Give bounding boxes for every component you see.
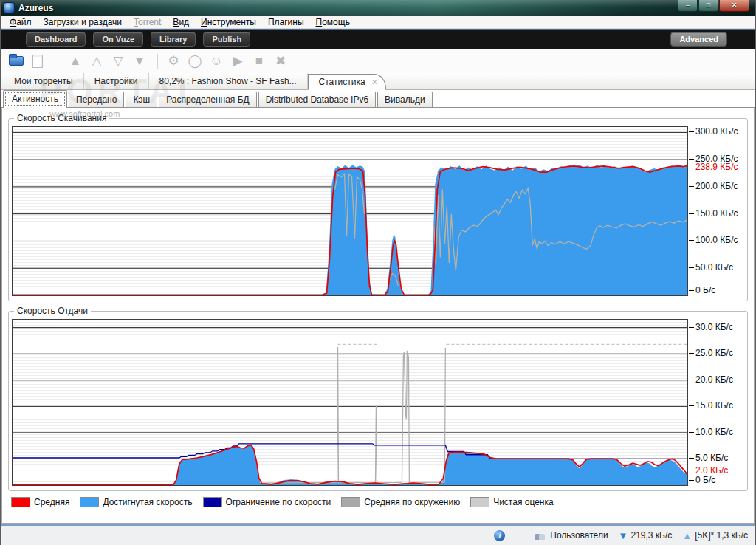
legend-swatch xyxy=(80,497,99,507)
axis-label: 30.0 КБ/с xyxy=(695,322,733,332)
status-bar: i Пользователи ▼ 219,3 кБ/с ▲ [5K]* 1,3 … xyxy=(1,524,755,545)
subtab-вивальди[interactable]: Вивальди xyxy=(377,92,433,107)
statistics-subtabs: АктивностьПереданоКэшРаспределенная БДDi… xyxy=(1,90,755,108)
azureus-window: Azureus – □ ✕ ФайлЗагрузки и раздачиTorr… xyxy=(0,0,756,545)
move-bottom-icon[interactable]: ▼ xyxy=(130,52,149,70)
upload-speed-group: Скорость Отдачи 30.0 КБ/с25.0 КБ/с20.0 К… xyxy=(8,306,748,491)
users-label: Пользователи xyxy=(550,530,608,541)
users-status[interactable]: Пользователи xyxy=(535,530,608,541)
close-button[interactable]: ✕ xyxy=(719,0,749,12)
legend-достигнутая-скорость: Достигнутая скорость xyxy=(80,497,192,507)
legend-ограничение-по-скорости: Ограничение по скорости xyxy=(203,497,331,507)
download-speed-status[interactable]: ▼ 219,3 кБ/с xyxy=(619,530,673,541)
upload-speed-status[interactable]: ▲ [5K]* 1,3 кБ/с xyxy=(682,530,748,541)
toolbar-separator xyxy=(157,54,158,69)
menu-вид[interactable]: Вид xyxy=(167,16,195,28)
axis-label: 300.0 КБ/с xyxy=(695,126,738,137)
nat-test-icon[interactable]: ◯ xyxy=(185,52,205,70)
legend-средняя-по-окружению: Средняя по окружению xyxy=(341,497,460,507)
menu-инструменты[interactable]: Инструменты xyxy=(195,16,262,28)
axis-label: 20.0 КБ/с xyxy=(695,374,733,385)
axis-label: 0 Б/с xyxy=(695,475,715,485)
view-tabs: Мои торрентыНастройки80,2% : Fashion Sho… xyxy=(1,73,755,90)
upload-speed-chart xyxy=(12,319,688,486)
legend-swatch xyxy=(341,497,360,507)
current-speed-label: 2.0 КБ/с xyxy=(695,465,728,476)
subtab-распределенная-бд[interactable]: Распределенная БД xyxy=(159,92,257,107)
menu-torrent[interactable]: Torrent xyxy=(128,16,167,28)
move-down-icon[interactable]: ▽ xyxy=(109,52,128,70)
azureus-logo-icon xyxy=(4,2,15,13)
open-torrent-icon[interactable] xyxy=(7,52,26,70)
vuze-toolbar: DashboardOn VuzeLibraryPublishAdvanced xyxy=(1,29,755,49)
subtab-кэш[interactable]: Кэш xyxy=(126,92,157,107)
new-torrent-icon[interactable] xyxy=(28,52,47,70)
legend-swatch xyxy=(203,497,222,507)
menu-помощь[interactable]: Помощь xyxy=(310,16,356,28)
users-icon xyxy=(535,531,546,540)
download-speed-chart xyxy=(12,126,688,296)
axis-label: 5.0 КБ/с xyxy=(695,453,728,463)
menu-плагины[interactable]: Плагины xyxy=(262,16,310,28)
legend-swatch xyxy=(470,497,489,507)
download-speed-value: 219,3 кБ/с xyxy=(630,530,672,541)
stop-icon[interactable]: ■ xyxy=(250,52,269,70)
upload-speed-axis: 30.0 КБ/с25.0 КБ/с20.0 КБ/с15.0 КБ/с10.0… xyxy=(688,319,744,486)
upload-arrow-icon: ▲ xyxy=(682,530,692,541)
on-vuze-button[interactable]: On Vuze xyxy=(93,32,143,47)
axis-label: 25.0 КБ/с xyxy=(695,348,733,358)
title-bar: Azureus – □ ✕ xyxy=(1,0,755,16)
start-icon[interactable]: ▶ xyxy=(228,52,247,70)
axis-label: 10.0 КБ/с xyxy=(695,427,733,437)
library-button[interactable]: Library xyxy=(151,32,196,47)
menu-загрузки-и-раздачи[interactable]: Загрузки и раздачи xyxy=(38,16,128,28)
legend-swatch xyxy=(11,497,30,507)
move-top-icon[interactable]: ▲ xyxy=(66,52,85,70)
legend-чистая-оценка: Чистая оценка xyxy=(470,497,553,507)
dashboard-button[interactable]: Dashboard xyxy=(26,32,86,47)
axis-label: 15.0 КБ/с xyxy=(695,400,733,411)
minimize-button[interactable]: – xyxy=(678,0,698,12)
icon-toolbar: ▲△▽▼⚙◯☺▶■✖ xyxy=(1,49,755,73)
tab-статистика[interactable]: Статистика✕ xyxy=(308,74,386,90)
share-icon[interactable]: ☺ xyxy=(207,52,226,70)
download-arrow-icon: ▼ xyxy=(619,530,628,541)
statistics-activity-panel: Скорость Скачивания 300.0 КБ/с250.0 КБ/с… xyxy=(1,108,755,524)
upload-speed-value: [5K]* 1,3 кБ/с xyxy=(695,530,748,541)
tab-мои-торренты[interactable]: Мои торренты xyxy=(4,73,84,89)
menu-файл[interactable]: Файл xyxy=(4,16,38,28)
axis-label: 50.0 КБ/с xyxy=(695,262,733,272)
subtab-передано[interactable]: Передано xyxy=(69,92,124,107)
chart-legend: СредняяДостигнутая скоростьОграничение п… xyxy=(11,497,754,507)
window-title: Azureus xyxy=(18,3,53,13)
tab-close-icon[interactable]: ✕ xyxy=(371,78,378,87)
remove-icon[interactable]: ✖ xyxy=(271,52,290,70)
download-speed-title: Скорость Скачивания xyxy=(14,113,109,123)
axis-label: 150.0 КБ/с xyxy=(695,208,738,219)
move-up-icon[interactable]: △ xyxy=(87,52,106,70)
window-controls: – □ ✕ xyxy=(677,0,749,12)
subtab-активность[interactable]: Активность xyxy=(3,90,67,108)
tab-настройки[interactable]: Настройки xyxy=(84,73,149,89)
menu-bar: ФайлЗагрузки и раздачиTorrentВидИнструме… xyxy=(1,16,755,29)
axis-label: 200.0 КБ/с xyxy=(695,181,738,191)
upload-speed-title: Скорость Отдачи xyxy=(14,306,91,316)
subtab-distributed-database-ipv6[interactable]: Distributed Database IPv6 xyxy=(258,92,376,107)
advanced-button[interactable]: Advanced xyxy=(670,32,727,47)
current-speed-label: 238.9 КБ/с xyxy=(695,162,738,172)
download-speed-axis: 300.0 КБ/с250.0 КБ/с200.0 КБ/с150.0 КБ/с… xyxy=(688,126,744,296)
legend-средняя: Средняя xyxy=(11,497,69,507)
settings-icon[interactable]: ⚙ xyxy=(164,52,183,70)
restore-button[interactable]: □ xyxy=(698,0,718,12)
axis-label: 100.0 КБ/с xyxy=(695,235,738,245)
publish-button[interactable]: Publish xyxy=(203,32,250,47)
axis-label: 0 Б/с xyxy=(695,285,715,295)
tab-80-2-fashion-show-sf-fash[interactable]: 80,2% : Fashion Show - SF Fash... xyxy=(149,73,308,89)
download-speed-group: Скорость Скачивания 300.0 КБ/с250.0 КБ/с… xyxy=(8,113,748,301)
info-icon[interactable]: i xyxy=(494,530,505,541)
